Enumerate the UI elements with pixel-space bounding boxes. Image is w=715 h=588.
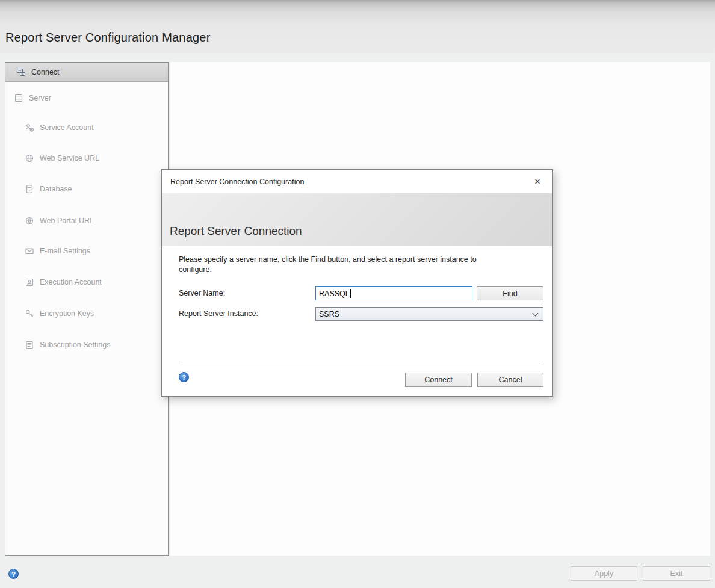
web-portal-url-icon xyxy=(25,216,34,226)
sidebar-item-label: Encryption Keys xyxy=(40,309,94,318)
sidebar: Connect Server Service Account Web Servi… xyxy=(5,62,169,556)
exit-button[interactable]: Exit xyxy=(643,566,710,581)
dialog-heading: Report Server Connection xyxy=(170,224,302,238)
sidebar-item-service-account[interactable]: Service Account xyxy=(25,119,94,137)
sidebar-item-server[interactable]: Server xyxy=(14,89,51,107)
connect-icon xyxy=(16,67,26,77)
app-header: Report Server Configuration Manager xyxy=(0,0,715,53)
instance-dropdown[interactable]: SSRS xyxy=(315,307,543,321)
dialog-instruction: Please specify a server name, click the … xyxy=(179,255,483,275)
web-service-url-icon xyxy=(25,153,34,163)
execution-account-icon xyxy=(25,277,34,287)
close-icon[interactable]: × xyxy=(528,174,546,189)
dialog-divider xyxy=(179,362,543,362)
sidebar-item-label: E-mail Settings xyxy=(40,247,90,255)
sidebar-item-subscription-settings[interactable]: Subscription Settings xyxy=(25,336,110,354)
sidebar-item-label: Service Account xyxy=(40,123,94,132)
chevron-down-icon xyxy=(533,311,539,317)
sidebar-item-label: Web Portal URL xyxy=(40,217,94,225)
dialog-banner: Report Server Connection xyxy=(162,193,552,246)
subscription-settings-icon xyxy=(25,340,34,350)
sidebar-item-label: Web Service URL xyxy=(40,154,99,162)
sidebar-item-label: Database xyxy=(40,185,72,193)
dialog-titlebar[interactable]: Report Server Connection Configuration × xyxy=(162,170,552,193)
sidebar-item-label: Execution Account xyxy=(40,278,102,286)
find-button[interactable]: Find xyxy=(477,286,543,300)
help-glyph: ? xyxy=(11,571,16,578)
instance-selected-value: SSRS xyxy=(319,310,339,318)
cancel-button[interactable]: Cancel xyxy=(477,373,543,387)
dialog-help-icon[interactable]: ? xyxy=(179,372,189,382)
database-icon xyxy=(25,184,34,194)
server-name-label: Server Name: xyxy=(179,286,225,300)
dialog-title: Report Server Connection Configuration xyxy=(170,178,304,186)
sidebar-item-database[interactable]: Database xyxy=(25,180,72,198)
server-name-value: RASSQL xyxy=(319,289,350,298)
service-account-icon xyxy=(25,123,34,132)
sidebar-item-label: Connect xyxy=(31,68,60,76)
instance-label: Report Server Instance: xyxy=(179,306,258,321)
sidebar-item-execution-account[interactable]: Execution Account xyxy=(25,273,102,291)
app-title: Report Server Configuration Manager xyxy=(5,31,211,45)
sidebar-item-label: Subscription Settings xyxy=(40,341,110,349)
sidebar-item-connect[interactable]: Connect xyxy=(5,63,168,82)
connect-button[interactable]: Connect xyxy=(405,373,472,387)
encryption-keys-icon xyxy=(25,309,34,318)
report-server-connection-dialog: Report Server Connection Configuration ×… xyxy=(161,169,553,397)
sidebar-item-email-settings[interactable]: E-mail Settings xyxy=(25,242,90,260)
server-icon xyxy=(14,93,23,103)
sidebar-item-encryption-keys[interactable]: Encryption Keys xyxy=(25,305,94,323)
sidebar-item-label: Server xyxy=(29,94,51,102)
text-caret xyxy=(350,289,351,298)
window-help-icon[interactable]: ? xyxy=(8,569,19,579)
email-settings-icon xyxy=(25,246,34,256)
help-glyph: ? xyxy=(182,374,186,381)
apply-button[interactable]: Apply xyxy=(571,566,637,581)
sidebar-item-web-portal-url[interactable]: Web Portal URL xyxy=(25,212,94,230)
server-name-input[interactable]: RASSQL xyxy=(315,286,472,300)
sidebar-item-web-service-url[interactable]: Web Service URL xyxy=(25,149,99,167)
